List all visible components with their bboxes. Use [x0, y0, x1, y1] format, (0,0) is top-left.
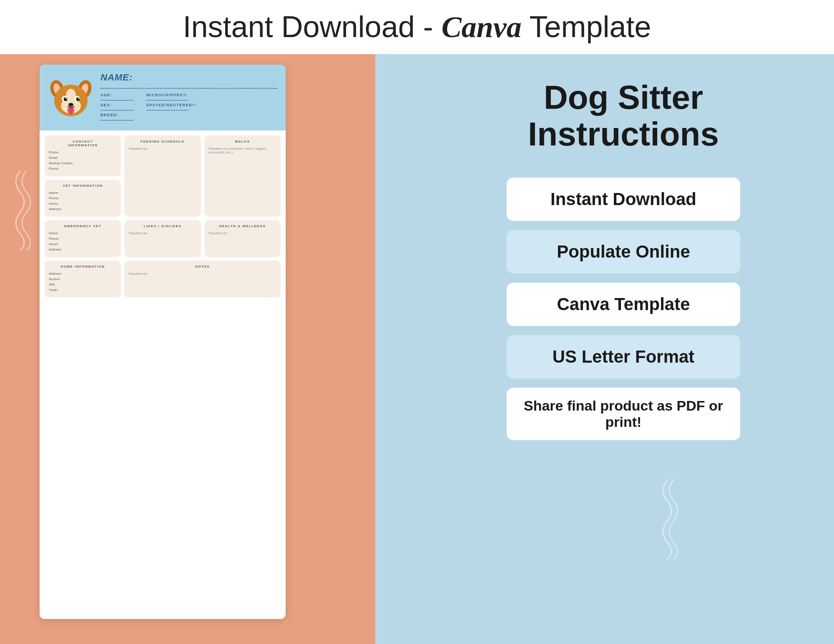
- feature-share: Share final product as PDF or print!: [507, 388, 740, 440]
- svg-point-12: [78, 98, 79, 99]
- svg-point-6: [66, 89, 76, 102]
- contact-title: CONTACTINFORMATION: [49, 140, 117, 147]
- top-banner: Instant Download - Canva Template: [0, 0, 834, 54]
- home-section: HOME INFORMATION Address: Access: Wifi: …: [45, 261, 121, 298]
- emergency-section: EMERGENCY VET Name: Phone: Hours: Addres…: [45, 220, 121, 257]
- feature-us-letter: US Letter Format: [507, 335, 740, 378]
- doc-header: NAME: AGE: SEX: BREED: MICROCHIPPED?: SP…: [40, 65, 286, 130]
- feeding-title: FEEDING SCHEDULE: [128, 140, 196, 143]
- corgi-illustration: [48, 75, 94, 120]
- doc-name-label: NAME:: [100, 72, 277, 83]
- microchipped-label: MICROCHIPPED?:: [146, 93, 197, 97]
- sex-label: SEX:: [100, 103, 134, 107]
- svg-point-9: [64, 98, 68, 101]
- feature-canva-template: Canva Template: [507, 283, 740, 326]
- banner-title-canva: Canva: [442, 10, 522, 44]
- feature-populate-online: Populate Online: [507, 230, 740, 273]
- likes-title: LIKES / DISLIKES: [128, 224, 196, 228]
- walks-section: WALKS Populate me (schedule, routes, tri…: [204, 135, 281, 217]
- feeding-section: FEEDING SCHEDULE Populate me: [124, 135, 201, 217]
- document-preview: NAME: AGE: SEX: BREED: MICROCHIPPED?: SP…: [40, 65, 286, 619]
- feature-instant-download: Instant Download: [507, 178, 740, 221]
- likes-section: LIKES / DISLIKES Populate me: [124, 220, 201, 257]
- emergency-title: EMERGENCY VET: [49, 224, 117, 228]
- walks-title: WALKS: [208, 140, 276, 143]
- dog-sitter-title: Dog Sitter Instructions: [528, 79, 719, 153]
- vet-section: VET INFORMATION Name: Phone: Hours: Addr…: [45, 180, 121, 217]
- breed-label: BREED:: [100, 113, 134, 117]
- doc-header-info: NAME: AGE: SEX: BREED: MICROCHIPPED?: SP…: [100, 72, 277, 123]
- svg-point-13: [68, 103, 73, 106]
- age-label: AGE:: [100, 93, 134, 97]
- doc-body: CONTACTINFORMATION Phone: Email: Backup …: [40, 130, 286, 303]
- contact-section: CONTACTINFORMATION Phone: Email: Backup …: [45, 135, 121, 176]
- banner-title-part2: Template: [522, 10, 651, 43]
- banner-title: Instant Download - Canva Template: [183, 10, 651, 45]
- home-title: HOME INFORMATION: [49, 265, 117, 268]
- right-panel: Dog Sitter Instructions Instant Download…: [413, 54, 834, 644]
- spayed-label: SPAYED/NEUTERED?:: [146, 103, 197, 107]
- svg-point-10: [76, 98, 80, 101]
- doc-fields-top: AGE: SEX: BREED: MICROCHIPPED?: SPAYED/N…: [100, 93, 277, 123]
- notes-section: NOTES Populate me: [124, 261, 281, 298]
- doc-name-line: [100, 85, 277, 89]
- notes-title: NOTES: [128, 265, 276, 268]
- svg-point-11: [65, 98, 67, 99]
- banner-title-part1: Instant Download -: [183, 10, 441, 43]
- health-title: HEALTH & WELLNESS: [208, 224, 276, 228]
- wave-left-decoration: [8, 167, 33, 252]
- health-section: HEALTH & WELLNESS Populate me: [204, 220, 281, 257]
- vet-title: VET INFORMATION: [49, 184, 117, 188]
